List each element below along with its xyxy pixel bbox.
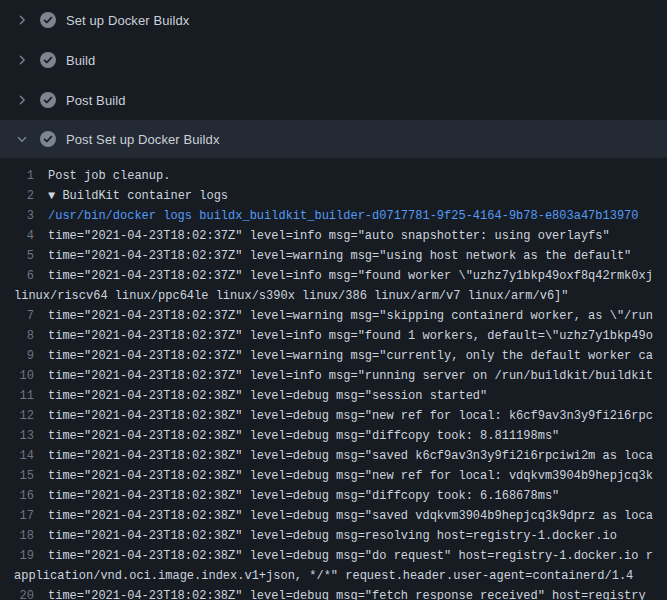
log-line: 18 time="2021-04-23T18:02:38Z" level=deb…	[0, 526, 667, 546]
log-line: linux/riscv64 linux/ppc64le linux/s390x …	[0, 286, 667, 306]
log-line-text: time="2021-04-23T18:02:38Z" level=debug …	[48, 506, 667, 526]
log-line-number[interactable]: 13	[0, 426, 48, 446]
log-line-text: time="2021-04-23T18:02:38Z" level=debug …	[48, 426, 667, 446]
step-row-2[interactable]: Post Build	[0, 80, 667, 120]
log-line-text: time="2021-04-23T18:02:37Z" level=info m…	[48, 226, 667, 246]
log-line: 10 time="2021-04-23T18:02:37Z" level=inf…	[0, 366, 667, 386]
check-circle-icon	[40, 52, 56, 68]
log-line: 11 time="2021-04-23T18:02:38Z" level=deb…	[0, 386, 667, 406]
check-circle-icon	[40, 92, 56, 108]
step-label: Build	[66, 53, 95, 68]
log-line: 1 Post job cleanup.	[0, 166, 667, 186]
log-line-number[interactable]: 9	[0, 346, 48, 366]
log-line-text: ▼ BuildKit container logs	[48, 186, 667, 206]
log-line: 7 time="2021-04-23T18:02:37Z" level=warn…	[0, 306, 667, 326]
log-line-number[interactable]: 8	[0, 326, 48, 346]
log-line-text: time="2021-04-23T18:02:38Z" level=debug …	[48, 586, 667, 600]
log-line: 6 time="2021-04-23T18:02:37Z" level=info…	[0, 266, 667, 286]
log-line-number[interactable]: 5	[0, 246, 48, 266]
log-line: 4 time="2021-04-23T18:02:37Z" level=info…	[0, 226, 667, 246]
log-line-text: time="2021-04-23T18:02:38Z" level=debug …	[48, 406, 667, 426]
actions-log-pane: Set up Docker Buildx Build P	[0, 0, 667, 600]
log-line: 9 time="2021-04-23T18:02:37Z" level=warn…	[0, 346, 667, 366]
steps-list: Set up Docker Buildx Build P	[0, 0, 667, 158]
log-line: 8 time="2021-04-23T18:02:37Z" level=info…	[0, 326, 667, 346]
log-line-number[interactable]: 1	[0, 166, 48, 186]
log-line-text: time="2021-04-23T18:02:37Z" level=warnin…	[48, 246, 667, 266]
log-line-number[interactable]: 17	[0, 506, 48, 526]
log-line-text: application/vnd.oci.image.index.v1+json,…	[0, 566, 667, 586]
step-row-3[interactable]: Post Set up Docker Buildx	[0, 120, 667, 158]
log-line-number[interactable]: 6	[0, 266, 48, 286]
log-line-number[interactable]: 7	[0, 306, 48, 326]
log-line-text: time="2021-04-23T18:02:37Z" level=info m…	[48, 366, 667, 386]
log-line: 3 /usr/bin/docker logs buildx_buildkit_b…	[0, 206, 667, 226]
log-line: 17 time="2021-04-23T18:02:38Z" level=deb…	[0, 506, 667, 526]
log-line-text: time="2021-04-23T18:02:37Z" level=info m…	[48, 266, 667, 286]
log-line-number[interactable]: 3	[0, 206, 48, 226]
log-line: 13 time="2021-04-23T18:02:38Z" level=deb…	[0, 426, 667, 446]
log-line-number[interactable]: 4	[0, 226, 48, 246]
log-line-number[interactable]: 19	[0, 546, 48, 566]
log-line-text: time="2021-04-23T18:02:37Z" level=warnin…	[48, 306, 667, 326]
log-line-text: linux/riscv64 linux/ppc64le linux/s390x …	[0, 286, 667, 306]
log-line: 2 ▼ BuildKit container logs	[0, 186, 667, 206]
step-row-0[interactable]: Set up Docker Buildx	[0, 0, 667, 40]
check-circle-icon	[40, 131, 56, 147]
log-line-text: time="2021-04-23T18:02:38Z" level=debug …	[48, 546, 667, 566]
log-line: 14 time="2021-04-23T18:02:38Z" level=deb…	[0, 446, 667, 466]
log-line: 5 time="2021-04-23T18:02:37Z" level=warn…	[0, 246, 667, 266]
log-line-text: time="2021-04-23T18:02:37Z" level=warnin…	[48, 346, 667, 366]
log-line: 20 time="2021-04-23T18:02:38Z" level=deb…	[0, 586, 667, 600]
log-line: application/vnd.oci.image.index.v1+json,…	[0, 566, 667, 586]
log-line-number[interactable]: 12	[0, 406, 48, 426]
step-row-1[interactable]: Build	[0, 40, 667, 80]
log-line-text: /usr/bin/docker logs buildx_buildkit_bui…	[48, 206, 667, 226]
chevron-icon	[14, 92, 30, 108]
group-toggle-icon[interactable]: ▼	[48, 189, 62, 203]
log-line-text: time="2021-04-23T18:02:37Z" level=info m…	[48, 326, 667, 346]
chevron-icon	[14, 131, 30, 147]
log-line-number[interactable]: 20	[0, 586, 48, 600]
log-line: 12 time="2021-04-23T18:02:38Z" level=deb…	[0, 406, 667, 426]
log-line: 19 time="2021-04-23T18:02:38Z" level=deb…	[0, 546, 667, 566]
log-line-text: time="2021-04-23T18:02:38Z" level=debug …	[48, 466, 667, 486]
log-line-number[interactable]: 18	[0, 526, 48, 546]
log-line-number[interactable]: 15	[0, 466, 48, 486]
log-line-text: time="2021-04-23T18:02:38Z" level=debug …	[48, 486, 667, 506]
chevron-icon	[14, 52, 30, 68]
log-output: 1 Post job cleanup. 2 ▼ BuildKit contain…	[0, 158, 667, 600]
check-circle-icon	[40, 12, 56, 28]
step-label: Post Build	[66, 93, 126, 108]
log-line-number[interactable]: 11	[0, 386, 48, 406]
log-line: 16 time="2021-04-23T18:02:38Z" level=deb…	[0, 486, 667, 506]
step-label: Post Set up Docker Buildx	[66, 132, 220, 147]
log-line: 15 time="2021-04-23T18:02:38Z" level=deb…	[0, 466, 667, 486]
chevron-icon	[14, 12, 30, 28]
step-label: Set up Docker Buildx	[66, 13, 189, 28]
log-line-text: time="2021-04-23T18:02:38Z" level=debug …	[48, 386, 667, 406]
log-line-text: Post job cleanup.	[48, 166, 667, 186]
log-line-text: time="2021-04-23T18:02:38Z" level=debug …	[48, 446, 667, 466]
log-line-number[interactable]: 14	[0, 446, 48, 466]
log-line-text: time="2021-04-23T18:02:38Z" level=debug …	[48, 526, 667, 546]
log-line-number[interactable]: 10	[0, 366, 48, 386]
log-line-number[interactable]: 16	[0, 486, 48, 506]
log-line-number[interactable]: 2	[0, 186, 48, 206]
